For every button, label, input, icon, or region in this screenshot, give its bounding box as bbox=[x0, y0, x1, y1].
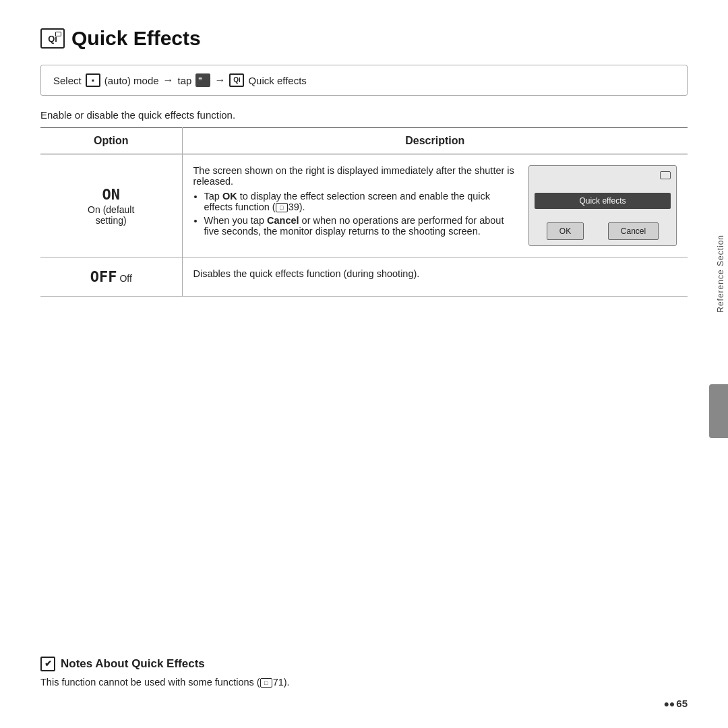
notes-section: ✔ Notes About Quick Effects This functio… bbox=[40, 657, 688, 688]
notes-checkmark-icon: ✔ bbox=[40, 657, 55, 671]
bullet-ok: Tap OK to display the effect selection s… bbox=[204, 191, 518, 212]
off-description: Disables the quick effects function (dur… bbox=[193, 268, 677, 279]
page: Qi Quick Effects Select ▪ (auto) mode → … bbox=[0, 0, 728, 728]
camera-screen-mockup: Quick effects OK Cancel bbox=[528, 165, 677, 246]
auto-mode-icon: ▪ bbox=[86, 73, 100, 87]
page-title: Quick Effects bbox=[71, 27, 201, 50]
page-num-dots: ●● bbox=[663, 698, 675, 709]
title-row: Qi Quick Effects bbox=[40, 27, 688, 50]
instruction-select: Select bbox=[53, 75, 82, 86]
col-header-option: Option bbox=[40, 128, 182, 154]
table-row: OFF Off Disables the quick effects funct… bbox=[40, 257, 688, 297]
desc-off-cell: Disables the quick effects function (dur… bbox=[182, 257, 688, 297]
col-header-description: Description bbox=[182, 128, 688, 154]
option-on-cell: ON On (defaultsetting) bbox=[40, 154, 182, 257]
notes-text: This function cannot be used with some f… bbox=[40, 677, 688, 688]
subtitle: Enable or disable the quick effects func… bbox=[40, 109, 688, 121]
qe-icon: Qi bbox=[229, 73, 244, 87]
reference-section-label: Reference Section bbox=[713, 229, 728, 318]
reference-tab bbox=[709, 384, 728, 438]
cam-battery-icon bbox=[660, 171, 671, 179]
instruction-tap: tap bbox=[178, 75, 192, 86]
instruction-after: Quick effects bbox=[248, 75, 306, 86]
on-description-text: The screen shown on the right is display… bbox=[193, 165, 518, 241]
arrow1: → bbox=[163, 74, 174, 86]
camera-quick-effects-label: Quick effects bbox=[535, 193, 671, 209]
on-bullets: Tap OK to display the effect selection s… bbox=[204, 191, 518, 237]
arrow2: → bbox=[214, 74, 225, 86]
camera-cancel-button: Cancel bbox=[608, 222, 659, 240]
desc-on-cell: The screen shown on the right is display… bbox=[182, 154, 688, 257]
bullet-cancel: When you tap Cancel or when no operation… bbox=[204, 215, 518, 237]
on-symbol: ON bbox=[51, 186, 171, 203]
table-row: ON On (defaultsetting) The screen shown … bbox=[40, 154, 688, 257]
page-number: ●● 65 bbox=[663, 698, 688, 709]
instruction-box: Select ▪ (auto) mode → tap ≡ → Qi Quick … bbox=[40, 65, 688, 96]
option-off-cell: OFF Off bbox=[40, 257, 182, 297]
instruction-auto-text: (auto) mode bbox=[104, 75, 159, 86]
options-table: Option Description ON On (defaultsetting… bbox=[40, 127, 688, 297]
quick-effects-title-icon: Qi bbox=[40, 28, 65, 49]
camera-ok-button: OK bbox=[547, 222, 584, 240]
notes-title-row: ✔ Notes About Quick Effects bbox=[40, 657, 688, 671]
off-label: Off bbox=[119, 273, 131, 284]
on-label: On (defaultsetting) bbox=[88, 204, 134, 226]
menu-icon: ≡ bbox=[195, 73, 210, 87]
page-num-value: 65 bbox=[676, 698, 688, 709]
on-intro: The screen shown on the right is display… bbox=[193, 165, 518, 187]
off-symbol: OFF bbox=[90, 268, 117, 285]
notes-title: Notes About Quick Effects bbox=[61, 657, 205, 671]
